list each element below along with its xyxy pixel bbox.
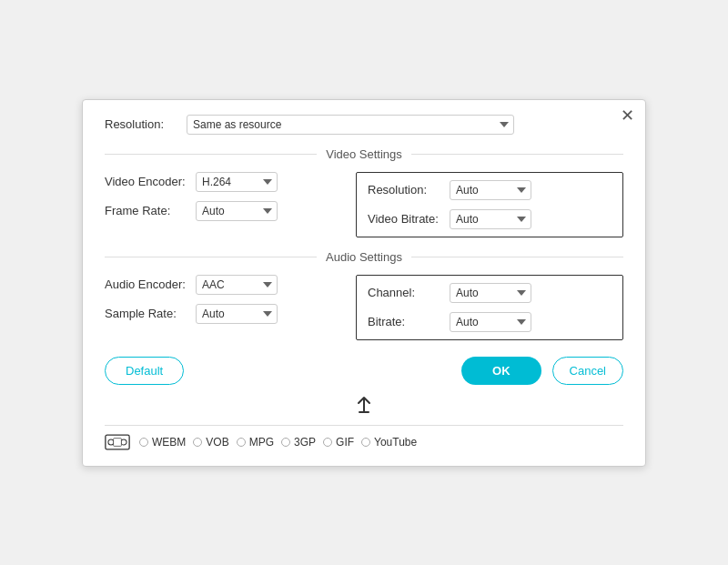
radio-gif: [323, 438, 332, 447]
audio-settings-title: Audio Settings: [317, 250, 411, 264]
svg-point-3: [121, 439, 126, 444]
audio-right-panel: Channel: Auto Mono Stereo Bitrate: Auto …: [356, 275, 623, 340]
channel-select[interactable]: Auto Mono Stereo: [450, 283, 531, 303]
video-bitrate-label: Video Bitrate:: [368, 212, 450, 226]
tab-vob[interactable]: VOB: [193, 436, 228, 449]
audio-settings-divider: Audio Settings: [105, 250, 623, 264]
tab-gif[interactable]: GIF: [323, 436, 354, 449]
sample-rate-label: Sample Rate:: [105, 307, 196, 320]
audio-left-panel: Audio Encoder: AAC MP3 OGG Sample Rate: …: [105, 275, 356, 324]
top-resolution-row: Resolution: Same as resource 1080p 720p …: [105, 115, 623, 135]
audio-encoder-select[interactable]: AAC MP3 OGG: [196, 275, 278, 295]
tab-youtube[interactable]: YouTube: [361, 436, 417, 449]
tab-3gp[interactable]: 3GP: [281, 436, 316, 449]
default-button[interactable]: Default: [105, 357, 184, 385]
tab-gif-label: GIF: [336, 436, 354, 449]
audio-divider-line-right: [411, 257, 623, 257]
tab-webm-label: WEBM: [152, 436, 186, 449]
channel-row: Channel: Auto Mono Stereo: [368, 283, 612, 303]
audio-encoder-label: Audio Encoder:: [105, 277, 196, 291]
video-encoder-select[interactable]: H.264 H.265 MPEG-4: [196, 172, 278, 192]
format-icon: [105, 433, 130, 451]
close-button[interactable]: ✕: [621, 107, 634, 124]
audio-encoder-row: Audio Encoder: AAC MP3 OGG: [105, 275, 349, 295]
bottom-format-tabs: WEBM VOB MPG 3GP GIF YouTube: [105, 425, 623, 451]
svg-rect-4: [114, 438, 122, 446]
svg-point-2: [108, 439, 114, 444]
sample-rate-row: Sample Rate: Auto 44100 48000: [105, 304, 349, 324]
video-settings-divider: Video Settings: [105, 147, 623, 161]
radio-3gp: [281, 438, 290, 447]
video-encoder-row: Video Encoder: H.264 H.265 MPEG-4: [105, 172, 349, 192]
tab-youtube-label: YouTube: [374, 436, 417, 449]
video-settings-title: Video Settings: [317, 147, 411, 161]
video-settings-row: Video Encoder: H.264 H.265 MPEG-4 Frame …: [105, 172, 623, 237]
audio-divider-line-left: [105, 257, 317, 257]
video-resolution-label: Resolution:: [368, 183, 450, 197]
ok-cancel-group: OK Cancel: [461, 357, 623, 385]
audio-bitrate-label: Bitrate:: [368, 315, 450, 328]
divider-line-right: [411, 154, 623, 155]
frame-rate-select[interactable]: Auto 24 30 60: [196, 201, 278, 221]
cancel-button[interactable]: Cancel: [552, 357, 623, 385]
video-bitrate-select[interactable]: Auto 1000k 2000k 5000k: [450, 209, 531, 229]
video-encoder-label: Video Encoder:: [105, 175, 196, 188]
tab-webm[interactable]: WEBM: [139, 436, 186, 449]
sample-rate-select[interactable]: Auto 44100 48000: [196, 304, 278, 324]
radio-mpg: [237, 438, 246, 447]
frame-rate-row: Frame Rate: Auto 24 30 60: [105, 201, 349, 221]
ok-button[interactable]: OK: [461, 357, 541, 385]
radio-webm: [139, 438, 148, 447]
top-resolution-label: Resolution:: [105, 117, 177, 131]
settings-dialog: ✕ Resolution: Same as resource 1080p 720…: [82, 99, 646, 467]
arrow-up-indicator: [105, 394, 623, 419]
video-resolution-row: Resolution: Auto 1080p 720p 480p: [368, 180, 612, 200]
tab-mpg[interactable]: MPG: [237, 436, 274, 449]
video-bitrate-row: Video Bitrate: Auto 1000k 2000k 5000k: [368, 209, 612, 229]
frame-rate-label: Frame Rate:: [105, 204, 196, 217]
tab-3gp-label: 3GP: [294, 436, 316, 449]
radio-vob: [193, 438, 202, 447]
svg-rect-0: [359, 411, 369, 413]
audio-bitrate-select[interactable]: Auto 128k 192k 320k: [450, 312, 531, 332]
video-resolution-select[interactable]: Auto 1080p 720p 480p: [450, 180, 531, 200]
audio-settings-row: Audio Encoder: AAC MP3 OGG Sample Rate: …: [105, 275, 623, 340]
radio-youtube: [361, 438, 370, 447]
tab-mpg-label: MPG: [249, 436, 274, 449]
divider-line-left: [105, 154, 317, 155]
channel-label: Channel:: [368, 286, 450, 299]
video-right-panel: Resolution: Auto 1080p 720p 480p Video B…: [356, 172, 623, 237]
top-resolution-select[interactable]: Same as resource 1080p 720p 480p 360p: [187, 115, 514, 135]
video-left-panel: Video Encoder: H.264 H.265 MPEG-4 Frame …: [105, 172, 356, 221]
audio-bitrate-row: Bitrate: Auto 128k 192k 320k: [368, 312, 612, 332]
tab-vob-label: VOB: [206, 436, 228, 449]
buttons-row: Default OK Cancel: [105, 357, 623, 385]
